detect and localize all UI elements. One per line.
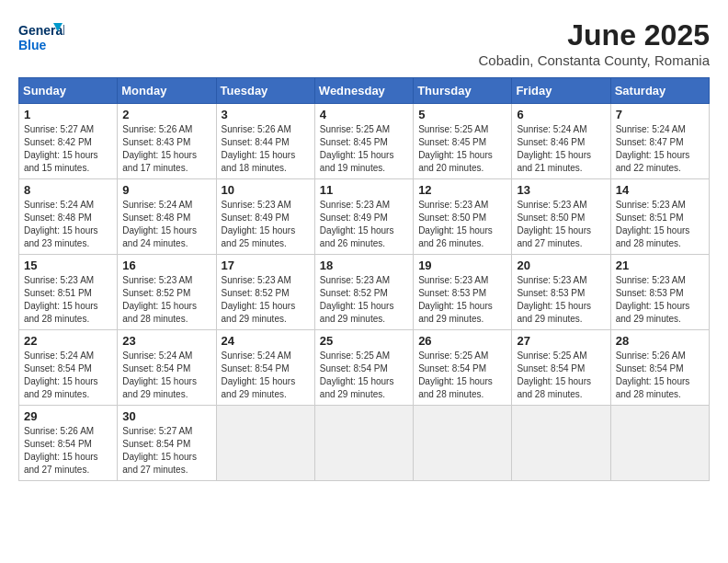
calendar-cell: 28Sunrise: 5:26 AMSunset: 8:54 PMDayligh…	[610, 330, 709, 406]
day-info: Sunrise: 5:26 AMSunset: 8:44 PMDaylight:…	[222, 123, 310, 175]
logo: General Blue	[18, 18, 64, 60]
week-row-3: 15Sunrise: 5:23 AMSunset: 8:51 PMDayligh…	[19, 255, 710, 330]
day-number: 13	[517, 183, 605, 197]
title-area: June 2025 Cobadin, Constanta County, Rom…	[478, 18, 710, 68]
calendar-cell: 30Sunrise: 5:27 AMSunset: 8:54 PMDayligh…	[118, 406, 216, 481]
calendar-cell	[610, 406, 709, 481]
calendar-cell: 9Sunrise: 5:24 AMSunset: 8:48 PMDaylight…	[118, 179, 216, 255]
day-info: Sunrise: 5:23 AMSunset: 8:52 PMDaylight:…	[222, 274, 310, 326]
day-number: 12	[418, 183, 506, 197]
day-info: Sunrise: 5:24 AMSunset: 8:54 PMDaylight:…	[24, 350, 112, 401]
calendar-cell	[314, 406, 413, 481]
day-info: Sunrise: 5:23 AMSunset: 8:52 PMDaylight:…	[122, 274, 210, 326]
day-number: 15	[24, 259, 112, 272]
day-info: Sunrise: 5:23 AMSunset: 8:50 PMDaylight:…	[418, 199, 506, 250]
day-number: 22	[24, 334, 112, 348]
location-title: Cobadin, Constanta County, Romania	[478, 52, 710, 68]
calendar-cell: 21Sunrise: 5:23 AMSunset: 8:53 PMDayligh…	[610, 255, 709, 330]
calendar-cell: 5Sunrise: 5:25 AMSunset: 8:45 PMDaylight…	[414, 104, 512, 179]
weekday-header-row: SundayMondayTuesdayWednesdayThursdayFrid…	[19, 78, 710, 104]
calendar-cell: 19Sunrise: 5:23 AMSunset: 8:53 PMDayligh…	[414, 255, 512, 330]
day-info: Sunrise: 5:23 AMSunset: 8:51 PMDaylight:…	[616, 199, 704, 250]
day-info: Sunrise: 5:27 AMSunset: 8:54 PMDaylight:…	[122, 425, 210, 477]
calendar-cell: 27Sunrise: 5:25 AMSunset: 8:54 PMDayligh…	[512, 330, 610, 406]
day-info: Sunrise: 5:23 AMSunset: 8:53 PMDaylight:…	[418, 274, 506, 326]
week-row-5: 29Sunrise: 5:26 AMSunset: 8:54 PMDayligh…	[19, 406, 710, 481]
day-number: 24	[222, 334, 310, 348]
day-number: 16	[122, 259, 210, 272]
svg-text:Blue: Blue	[18, 38, 47, 52]
day-number: 23	[122, 334, 210, 348]
day-number: 25	[320, 334, 408, 348]
weekday-header-monday: Monday	[118, 78, 216, 104]
weekday-header-thursday: Thursday	[414, 78, 512, 104]
day-info: Sunrise: 5:25 AMSunset: 8:45 PMDaylight:…	[320, 123, 408, 175]
day-number: 1	[24, 108, 112, 121]
day-number: 5	[418, 108, 506, 121]
day-number: 18	[320, 259, 408, 272]
day-info: Sunrise: 5:23 AMSunset: 8:53 PMDaylight:…	[616, 274, 704, 326]
day-info: Sunrise: 5:25 AMSunset: 8:54 PMDaylight:…	[320, 350, 408, 401]
day-info: Sunrise: 5:24 AMSunset: 8:54 PMDaylight:…	[122, 350, 210, 401]
weekday-header-saturday: Saturday	[610, 78, 709, 104]
day-number: 4	[320, 108, 408, 121]
calendar-cell: 3Sunrise: 5:26 AMSunset: 8:44 PMDaylight…	[216, 104, 314, 179]
weekday-header-sunday: Sunday	[19, 78, 118, 104]
day-number: 26	[418, 334, 506, 348]
calendar-table: SundayMondayTuesdayWednesdayThursdayFrid…	[18, 77, 710, 481]
day-number: 17	[222, 259, 310, 272]
day-info: Sunrise: 5:24 AMSunset: 8:48 PMDaylight:…	[24, 199, 112, 250]
day-info: Sunrise: 5:24 AMSunset: 8:48 PMDaylight:…	[122, 199, 210, 250]
day-number: 27	[517, 334, 605, 348]
calendar-cell: 11Sunrise: 5:23 AMSunset: 8:49 PMDayligh…	[314, 179, 413, 255]
day-number: 2	[122, 108, 210, 121]
day-number: 30	[122, 409, 210, 423]
day-info: Sunrise: 5:26 AMSunset: 8:43 PMDaylight:…	[122, 123, 210, 175]
calendar-cell	[512, 406, 610, 481]
day-info: Sunrise: 5:23 AMSunset: 8:50 PMDaylight:…	[517, 199, 605, 250]
logo-svg: General Blue	[18, 18, 64, 60]
calendar-cell: 15Sunrise: 5:23 AMSunset: 8:51 PMDayligh…	[19, 255, 118, 330]
day-info: Sunrise: 5:26 AMSunset: 8:54 PMDaylight:…	[24, 425, 112, 477]
calendar-cell	[216, 406, 314, 481]
day-info: Sunrise: 5:23 AMSunset: 8:52 PMDaylight:…	[320, 274, 408, 326]
day-number: 8	[24, 183, 112, 197]
calendar-cell: 6Sunrise: 5:24 AMSunset: 8:46 PMDaylight…	[512, 104, 610, 179]
calendar-cell: 4Sunrise: 5:25 AMSunset: 8:45 PMDaylight…	[314, 104, 413, 179]
calendar-cell: 23Sunrise: 5:24 AMSunset: 8:54 PMDayligh…	[118, 330, 216, 406]
calendar-cell: 22Sunrise: 5:24 AMSunset: 8:54 PMDayligh…	[19, 330, 118, 406]
calendar-cell: 16Sunrise: 5:23 AMSunset: 8:52 PMDayligh…	[118, 255, 216, 330]
day-number: 6	[517, 108, 605, 121]
day-number: 20	[517, 259, 605, 272]
calendar-cell	[414, 406, 512, 481]
weekday-header-friday: Friday	[512, 78, 610, 104]
day-number: 21	[616, 259, 704, 272]
day-number: 19	[418, 259, 506, 272]
calendar-cell: 18Sunrise: 5:23 AMSunset: 8:52 PMDayligh…	[314, 255, 413, 330]
day-info: Sunrise: 5:25 AMSunset: 8:54 PMDaylight:…	[418, 350, 506, 401]
header: General Blue June 2025 Cobadin, Constant…	[18, 18, 710, 68]
day-number: 9	[122, 183, 210, 197]
calendar-cell: 29Sunrise: 5:26 AMSunset: 8:54 PMDayligh…	[19, 406, 118, 481]
calendar-cell: 17Sunrise: 5:23 AMSunset: 8:52 PMDayligh…	[216, 255, 314, 330]
calendar-cell: 2Sunrise: 5:26 AMSunset: 8:43 PMDaylight…	[118, 104, 216, 179]
calendar-cell: 12Sunrise: 5:23 AMSunset: 8:50 PMDayligh…	[414, 179, 512, 255]
calendar-cell: 25Sunrise: 5:25 AMSunset: 8:54 PMDayligh…	[314, 330, 413, 406]
weekday-header-tuesday: Tuesday	[216, 78, 314, 104]
calendar-cell: 10Sunrise: 5:23 AMSunset: 8:49 PMDayligh…	[216, 179, 314, 255]
week-row-2: 8Sunrise: 5:24 AMSunset: 8:48 PMDaylight…	[19, 179, 710, 255]
week-row-4: 22Sunrise: 5:24 AMSunset: 8:54 PMDayligh…	[19, 330, 710, 406]
day-number: 10	[222, 183, 310, 197]
day-info: Sunrise: 5:23 AMSunset: 8:53 PMDaylight:…	[517, 274, 605, 326]
weekday-header-wednesday: Wednesday	[314, 78, 413, 104]
day-number: 14	[616, 183, 704, 197]
day-info: Sunrise: 5:25 AMSunset: 8:54 PMDaylight:…	[517, 350, 605, 401]
calendar-cell: 26Sunrise: 5:25 AMSunset: 8:54 PMDayligh…	[414, 330, 512, 406]
day-number: 3	[222, 108, 310, 121]
day-info: Sunrise: 5:24 AMSunset: 8:54 PMDaylight:…	[222, 350, 310, 401]
calendar-cell: 20Sunrise: 5:23 AMSunset: 8:53 PMDayligh…	[512, 255, 610, 330]
day-info: Sunrise: 5:25 AMSunset: 8:45 PMDaylight:…	[418, 123, 506, 175]
calendar-cell: 1Sunrise: 5:27 AMSunset: 8:42 PMDaylight…	[19, 104, 118, 179]
week-row-1: 1Sunrise: 5:27 AMSunset: 8:42 PMDaylight…	[19, 104, 710, 179]
calendar-cell: 8Sunrise: 5:24 AMSunset: 8:48 PMDaylight…	[19, 179, 118, 255]
